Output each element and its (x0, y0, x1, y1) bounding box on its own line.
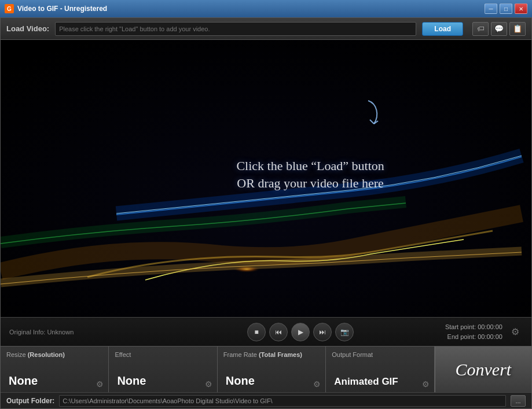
framerate-title: Frame Rate (Total Frames) (223, 351, 320, 358)
load-input-display: Please click the right "Load" button to … (55, 22, 416, 36)
toolbar-icons: 🏷 💬 📋 (472, 22, 526, 36)
load-bar: Load Video: Please click the right "Load… (1, 18, 531, 40)
output-format-gear-icon[interactable]: ⚙ (422, 379, 430, 389)
effect-panel[interactable]: Effect None ⚙ (109, 347, 217, 392)
output-format-panel[interactable]: Output Format Animated GIF ⚙ (326, 347, 434, 392)
framerate-title-text2: (Total Frames) (259, 351, 302, 358)
list-icon[interactable]: 📋 (509, 22, 526, 36)
drag-message: Click the blue “Load” button OR drag you… (236, 157, 384, 193)
resize-title: Resize (Resolution) (6, 351, 102, 358)
playback-controls: ■ ⏮ ▶ ⏭ 📷 (247, 323, 354, 341)
output-format-title: Output Format (332, 351, 428, 358)
video-area[interactable]: Click the blue “Load” button OR drag you… (1, 40, 531, 317)
options-bar: Resize (Resolution) None ⚙ Effect None ⚙… (1, 346, 531, 392)
output-format-title-text1: Output Format (332, 351, 373, 358)
resize-title-text2: (Resolution) (28, 351, 65, 358)
title-bar: G Video to GIF - Unregistered ─ □ ✕ (0, 0, 532, 17)
convert-button[interactable]: Convert (456, 360, 512, 379)
play-button[interactable]: ▶ (291, 323, 310, 341)
resize-title-text1: Resize (6, 351, 28, 358)
snapshot-button[interactable]: 📷 (335, 323, 354, 341)
output-bar: Output Folder: C:\Users\Administrator\Do… (1, 392, 531, 408)
close-button[interactable]: ✕ (515, 3, 527, 14)
framerate-panel[interactable]: Frame Rate (Total Frames) None ⚙ (218, 347, 326, 392)
prev-button[interactable]: ⏮ (269, 323, 288, 341)
title-bar-left: G Video to GIF - Unregistered (5, 4, 107, 13)
output-folder-label: Output Folder: (6, 397, 54, 405)
tag-icon[interactable]: 🏷 (472, 22, 489, 36)
output-browse-button[interactable]: ... (511, 395, 526, 407)
effect-title-text1: Effect (115, 351, 131, 358)
load-label: Load Video: (6, 24, 49, 33)
comment-icon[interactable]: 💬 (491, 22, 507, 36)
time-info: Start point: 00:00:00 End point: 00:00:0… (445, 322, 502, 341)
minimize-button[interactable]: ─ (485, 3, 497, 14)
resize-gear-icon[interactable]: ⚙ (96, 379, 104, 389)
framerate-value: None (223, 374, 320, 388)
next-button[interactable]: ⏭ (313, 323, 332, 341)
resize-panel[interactable]: Resize (Resolution) None ⚙ (1, 347, 109, 392)
framerate-gear-icon[interactable]: ⚙ (313, 379, 321, 389)
effect-title: Effect (115, 351, 211, 358)
end-point-label: End point: 00:00:00 (445, 332, 502, 342)
drag-message-line2: OR drag your video file here (236, 175, 384, 193)
stop-button[interactable]: ■ (247, 323, 266, 341)
output-format-value: Animated GIF (332, 376, 428, 388)
convert-panel[interactable]: Convert (435, 347, 531, 392)
title-controls: ─ □ ✕ (485, 3, 527, 14)
start-point-label: Start point: 00:00:00 (445, 322, 502, 332)
window-title: Video to GIF - Unregistered (17, 5, 107, 13)
settings-icon[interactable]: ⚙ (508, 325, 523, 340)
framerate-title-text1: Frame Rate (223, 351, 259, 358)
drag-message-line1: Click the blue “Load” button (236, 157, 384, 175)
controls-bar: Original Info: Unknown ■ ⏮ ▶ ⏭ 📷 Start p… (1, 317, 531, 346)
effect-value: None (115, 374, 211, 388)
resize-value: None (6, 374, 102, 388)
app-icon: G (5, 4, 14, 13)
effect-gear-icon[interactable]: ⚙ (205, 379, 212, 389)
app-container: Load Video: Please click the right "Load… (0, 17, 532, 409)
maximize-button[interactable]: □ (500, 3, 512, 14)
load-button[interactable]: Load (422, 22, 463, 36)
original-info: Original Info: Unknown (9, 329, 74, 336)
output-path-display: C:\Users\Administrator\Documents\AoaoPho… (59, 395, 506, 407)
